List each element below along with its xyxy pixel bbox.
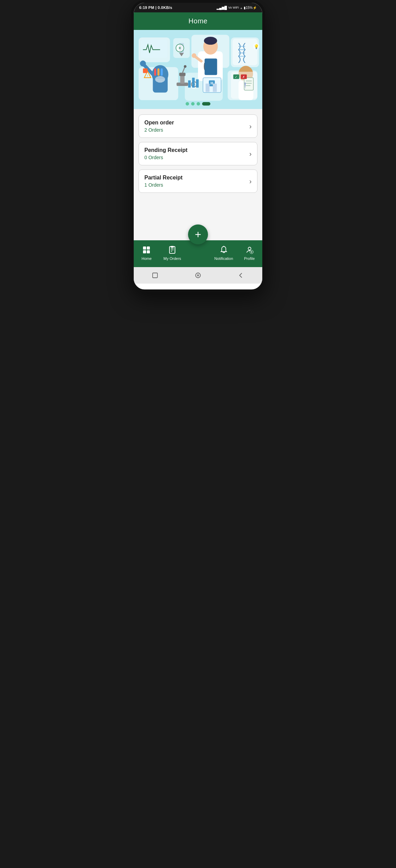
status-bar: 6:19 PM | 0.0KB/s ▂▄▆█ Vo WiFi ⟁ ▮15%⚡ (134, 3, 262, 12)
home-label: Home (142, 256, 152, 261)
svg-point-85 (197, 274, 199, 276)
partial-receipt-card[interactable]: Partial Receipt 1 Orders › (139, 169, 257, 193)
svg-rect-69 (143, 246, 146, 250)
profile-label: Profile (244, 256, 255, 261)
svg-rect-72 (147, 250, 150, 253)
home-icon (142, 246, 151, 255)
svg-rect-77 (171, 246, 174, 248)
svg-rect-38 (233, 39, 257, 65)
hero-svg: + ✓ ✗ H 💡 ! (134, 30, 262, 109)
status-time: 6:19 PM | 0.0KB/s (139, 6, 172, 10)
open-order-card[interactable]: Open order 2 Orders › (139, 114, 257, 138)
phone-frame: 6:19 PM | 0.0KB/s ▂▄▆█ Vo WiFi ⟁ ▮15%⚡ H… (131, 0, 265, 292)
svg-point-14 (204, 37, 217, 45)
svg-rect-66 (188, 80, 191, 88)
partial-receipt-count: 1 Orders (144, 182, 252, 188)
signal-icon: ▂▄▆█ (217, 6, 227, 10)
my-orders-icon (168, 246, 176, 255)
nav-notification[interactable]: Notification (211, 246, 236, 261)
svg-text:💡: 💡 (254, 44, 259, 50)
svg-rect-53 (206, 84, 210, 92)
dot-3[interactable] (197, 102, 200, 106)
svg-rect-71 (143, 250, 146, 253)
app-header: Home (134, 12, 262, 30)
svg-point-22 (155, 76, 165, 83)
svg-rect-64 (161, 68, 163, 76)
spacer (139, 197, 257, 218)
svg-rect-28 (179, 73, 185, 76)
partial-receipt-arrow: › (249, 177, 252, 185)
vo-wifi-icon: Vo WiFi (228, 6, 239, 9)
fab-container: + (139, 224, 257, 244)
dot-2[interactable] (191, 102, 195, 106)
open-order-title: Open order (144, 120, 252, 126)
open-order-count: 2 Orders (144, 127, 252, 133)
svg-point-18 (192, 53, 196, 58)
add-button[interactable]: + (188, 224, 208, 244)
status-icons: ▂▄▆█ Vo WiFi ⟁ ▮15%⚡ (217, 6, 257, 10)
pending-receipt-arrow: › (249, 150, 252, 158)
open-order-arrow: › (249, 122, 252, 130)
notification-label: Notification (214, 256, 233, 261)
svg-rect-83 (153, 273, 157, 278)
svg-point-25 (140, 61, 146, 66)
notification-icon (220, 246, 228, 255)
profile-icon (245, 246, 254, 255)
hero-banner: + ✓ ✗ H 💡 ! (134, 30, 262, 109)
svg-text:!: ! (147, 74, 148, 77)
pending-receipt-count: 0 Orders (144, 155, 252, 160)
nav-home[interactable]: Home (134, 246, 160, 261)
nav-my-orders[interactable]: My Orders (160, 246, 185, 261)
content-area: Open order 2 Orders › Pending Receipt 0 … (134, 109, 262, 240)
android-nav (134, 267, 262, 284)
battery-icon: ▮15%⚡ (244, 6, 257, 10)
svg-rect-68 (196, 79, 199, 88)
pending-receipt-title: Pending Receipt (144, 147, 252, 153)
svg-rect-67 (192, 78, 195, 88)
svg-rect-65 (143, 68, 147, 73)
svg-text:+: + (178, 45, 181, 51)
android-home-btn[interactable] (193, 271, 203, 280)
partial-receipt-title: Partial Receipt (144, 175, 252, 181)
svg-rect-70 (147, 246, 150, 250)
nav-profile[interactable]: Profile (236, 246, 262, 261)
my-orders-label: My Orders (164, 256, 181, 261)
svg-rect-7 (141, 40, 167, 58)
pending-receipt-card[interactable]: Pending Receipt 0 Orders › (139, 142, 257, 165)
svg-rect-19 (205, 58, 217, 75)
page-title: Home (188, 17, 207, 25)
svg-text:✗: ✗ (242, 75, 245, 79)
svg-text:✓: ✓ (235, 75, 238, 79)
carousel-dots (186, 102, 210, 106)
android-back-btn[interactable] (236, 271, 246, 280)
dot-1[interactable] (186, 102, 189, 106)
svg-point-79 (248, 247, 251, 250)
wifi-icon: ⟁ (240, 6, 242, 10)
svg-rect-62 (154, 68, 156, 76)
svg-rect-63 (157, 68, 160, 76)
dot-4[interactable] (202, 102, 210, 106)
svg-point-30 (184, 65, 187, 68)
svg-text:H: H (210, 81, 213, 85)
svg-rect-54 (213, 84, 217, 92)
android-square-btn[interactable] (150, 271, 160, 280)
